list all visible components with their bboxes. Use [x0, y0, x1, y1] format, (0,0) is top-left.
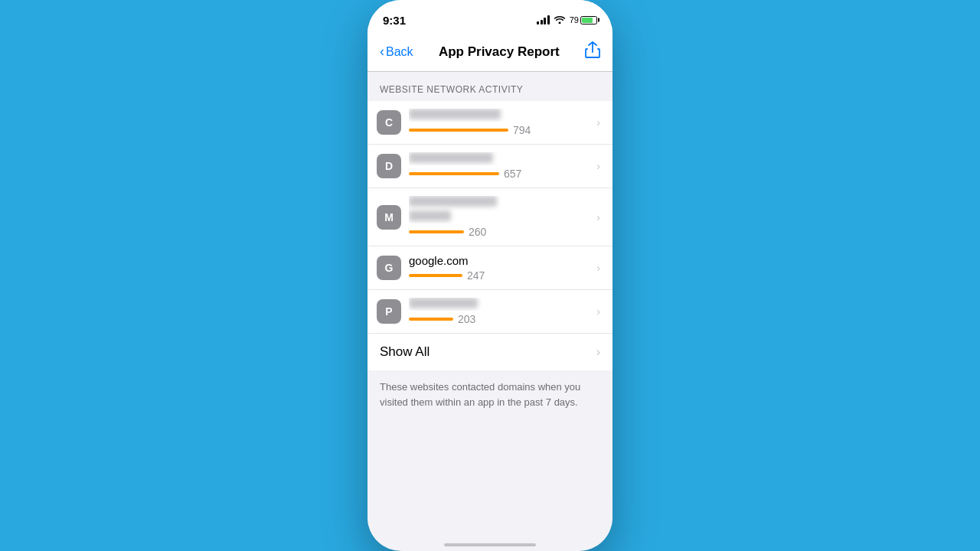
- back-label: Back: [386, 45, 413, 59]
- item-count: 794: [513, 124, 531, 136]
- show-all-chevron-icon: ›: [596, 345, 600, 359]
- chevron-right-icon: ›: [596, 116, 600, 129]
- list-item[interactable]: C 794 ›: [368, 101, 612, 145]
- item-bar-row: 794: [409, 124, 590, 136]
- activity-bar: [409, 172, 499, 175]
- list-item[interactable]: P 203 ›: [368, 290, 612, 333]
- activity-bar: [409, 318, 453, 321]
- item-content: google.com 247: [409, 254, 590, 282]
- chevron-right-icon: ›: [596, 160, 600, 172]
- chevron-right-icon: ›: [596, 211, 600, 223]
- item-count: 247: [467, 269, 485, 282]
- item-count: 260: [469, 226, 486, 238]
- blurred-domain: [409, 152, 493, 163]
- blurred-domain: [409, 298, 478, 308]
- activity-bar: [409, 230, 464, 233]
- item-content: 794: [409, 109, 590, 136]
- back-chevron-icon: ‹: [380, 44, 384, 60]
- item-bar-row: 260: [409, 226, 590, 238]
- show-all-button[interactable]: Show All ›: [368, 333, 612, 370]
- battery-percent: 79: [570, 15, 579, 24]
- show-all-label: Show All: [380, 344, 430, 360]
- blurred-domain-2: [409, 210, 451, 221]
- share-button[interactable]: [585, 41, 600, 62]
- item-name: google.com: [409, 254, 590, 267]
- item-content: 657: [409, 152, 590, 180]
- battery-icon: 79: [570, 15, 597, 24]
- description-section: These websites contacted domains when yo…: [368, 370, 612, 419]
- chevron-right-icon: ›: [596, 262, 600, 274]
- item-name: [409, 196, 590, 223]
- item-count: 657: [504, 168, 521, 180]
- item-content: 203: [409, 298, 590, 325]
- list-item[interactable]: M 260 ›: [368, 188, 612, 246]
- item-name: [409, 298, 590, 311]
- list-item[interactable]: D 657 ›: [368, 145, 612, 188]
- signal-bars-icon: [537, 15, 550, 24]
- back-button[interactable]: ‹ Back: [380, 44, 413, 60]
- activity-bar: [409, 129, 508, 132]
- nav-bar: ‹ Back App Privacy Report: [368, 34, 612, 72]
- content-area: WEBSITE NETWORK ACTIVITY C 794 ›: [368, 72, 612, 546]
- phone-frame: 9:31 79: [368, 0, 612, 551]
- chevron-right-icon: ›: [596, 305, 600, 318]
- avatar: G: [377, 256, 401, 280]
- status-time: 9:31: [383, 14, 406, 27]
- activity-bar: [409, 274, 462, 277]
- domain-name: google.com: [409, 254, 469, 267]
- website-list: C 794 › D: [368, 101, 612, 333]
- home-indicator: [444, 543, 536, 546]
- status-bar: 9:31 79: [368, 0, 612, 34]
- description-text: These websites contacted domains when yo…: [380, 380, 600, 409]
- item-count: 203: [458, 313, 475, 325]
- item-content: 260: [409, 196, 590, 238]
- avatar: P: [377, 299, 401, 324]
- section-header: WEBSITE NETWORK ACTIVITY: [368, 72, 612, 101]
- item-bar-row: 203: [409, 313, 590, 325]
- status-icons: 79: [537, 15, 597, 26]
- item-name: [409, 109, 590, 122]
- item-name: [409, 152, 590, 165]
- wifi-icon: [554, 15, 566, 26]
- list-item[interactable]: G google.com 247 ›: [368, 246, 612, 290]
- avatar: M: [377, 205, 401, 230]
- avatar: C: [377, 110, 401, 135]
- blurred-domain: [409, 196, 497, 207]
- item-bar-row: 657: [409, 168, 590, 180]
- avatar: D: [377, 154, 401, 178]
- blurred-domain: [409, 109, 501, 119]
- page-title: App Privacy Report: [439, 44, 560, 60]
- item-bar-row: 247: [409, 269, 590, 282]
